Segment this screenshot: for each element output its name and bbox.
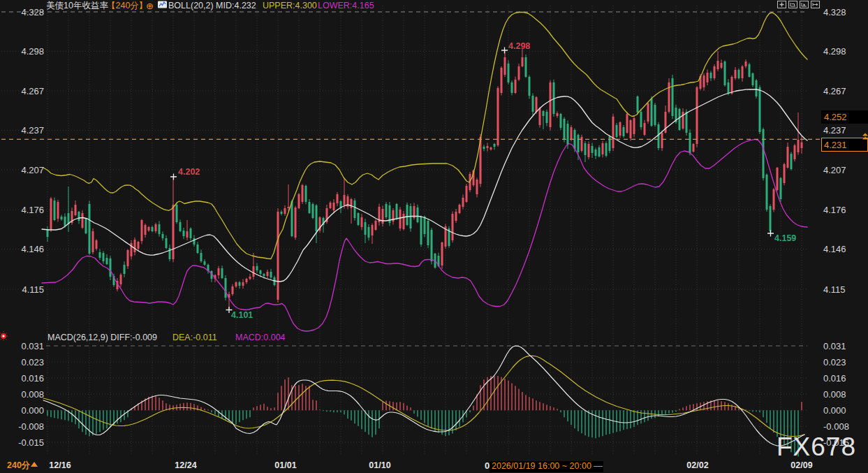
svg-text:4.176: 4.176 xyxy=(21,205,44,215)
svg-text:LOWER:4.165: LOWER:4.165 xyxy=(318,1,374,10)
svg-text:4.237: 4.237 xyxy=(823,125,846,136)
svg-text:MACD(26,12,9) DIFF:-0.009: MACD(26,12,9) DIFF:-0.009 xyxy=(47,333,157,342)
svg-text:MACD:0.004: MACD:0.004 xyxy=(235,333,286,342)
svg-text:4.237: 4.237 xyxy=(21,125,44,136)
svg-text:4.298: 4.298 xyxy=(21,46,44,57)
svg-text:0.016: 0.016 xyxy=(21,373,44,384)
svg-text:UPPER:4.300: UPPER:4.300 xyxy=(263,1,317,10)
svg-text:-0.008: -0.008 xyxy=(823,421,849,432)
svg-text:美债10年收益率: 美债10年收益率 xyxy=(46,1,108,10)
svg-text:02/09: 02/09 xyxy=(790,460,812,470)
svg-text:⊕: ⊕ xyxy=(146,1,154,11)
svg-text:-0.015: -0.015 xyxy=(18,437,44,448)
svg-text:4.328: 4.328 xyxy=(823,7,846,17)
svg-text:FX678: FX678 xyxy=(777,432,856,461)
svg-text:4.267: 4.267 xyxy=(21,86,44,96)
svg-text:0.023: 0.023 xyxy=(21,357,44,368)
svg-text:4.298: 4.298 xyxy=(823,46,846,57)
svg-text:2026/01/19 16:00 ~ 20:00 —: 2026/01/19 16:00 ~ 20:00 — xyxy=(492,461,603,471)
svg-text:4.101: 4.101 xyxy=(231,310,253,320)
svg-text:4.231: 4.231 xyxy=(824,140,847,150)
svg-text:240分: 240分 xyxy=(7,460,31,470)
svg-text:4.176: 4.176 xyxy=(823,205,846,215)
svg-text:01/10: 01/10 xyxy=(369,460,390,470)
svg-text:【240分】: 【240分】 xyxy=(107,1,147,10)
svg-text:4.267: 4.267 xyxy=(823,86,846,96)
svg-text:4.146: 4.146 xyxy=(823,244,846,254)
svg-text:0.000: 0.000 xyxy=(823,405,846,416)
svg-text:4.202: 4.202 xyxy=(178,167,200,177)
svg-text:4.115: 4.115 xyxy=(22,284,44,295)
svg-text:4.115: 4.115 xyxy=(823,284,846,295)
svg-text:DEA:-0.011: DEA:-0.011 xyxy=(172,333,217,342)
svg-text:4.207: 4.207 xyxy=(21,165,44,175)
svg-text:0.008: 0.008 xyxy=(823,389,846,400)
svg-text:4.146: 4.146 xyxy=(21,244,44,254)
svg-text:BOLL(20,2) MID:4.232: BOLL(20,2) MID:4.232 xyxy=(168,1,256,10)
svg-text:12/24: 12/24 xyxy=(175,460,196,470)
svg-text:0.016: 0.016 xyxy=(823,373,846,384)
svg-text:4.328: 4.328 xyxy=(21,7,44,17)
svg-text:0: 0 xyxy=(485,460,490,471)
svg-text:0.031: 0.031 xyxy=(823,341,846,351)
svg-text:02/02: 02/02 xyxy=(686,460,708,470)
svg-text:0.023: 0.023 xyxy=(823,357,846,368)
svg-text:4.252: 4.252 xyxy=(824,112,847,122)
svg-text:-0.008: -0.008 xyxy=(18,421,44,432)
svg-text:01/01: 01/01 xyxy=(274,460,296,470)
svg-text:4.207: 4.207 xyxy=(823,165,846,175)
svg-text:12/16: 12/16 xyxy=(49,460,71,470)
svg-text:0.000: 0.000 xyxy=(21,405,44,416)
svg-text:4.298: 4.298 xyxy=(508,41,530,51)
svg-text:4.159: 4.159 xyxy=(774,233,796,243)
svg-text:0.008: 0.008 xyxy=(21,389,44,400)
svg-text:0.031: 0.031 xyxy=(21,341,44,351)
